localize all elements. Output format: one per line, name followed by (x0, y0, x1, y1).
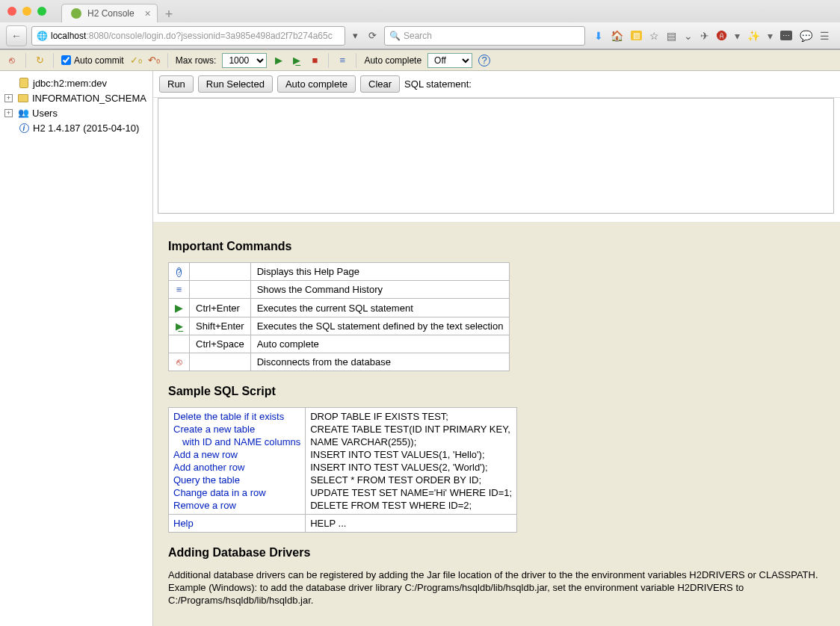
auto-complete-label: Auto complete (364, 55, 421, 66)
new-tab-button[interactable]: + (158, 7, 181, 22)
command-shortcut (190, 263, 251, 281)
info-icon: i (19, 123, 29, 133)
sample-link[interactable]: Query the table (173, 474, 300, 486)
important-commands-heading: Important Commands (168, 240, 825, 253)
sample-link[interactable]: with ID and NAME columns (173, 436, 300, 448)
tree-version[interactable]: i H2 1.4.187 (2015-04-10) (4, 120, 148, 135)
auto-complete-button[interactable]: Auto complete (277, 75, 356, 93)
run-selected-icon[interactable]: ▶̲ (291, 55, 303, 66)
tab-strip: H2 Console × + (61, 0, 180, 22)
command-icon: ▶ (169, 299, 190, 317)
sample-sql-line: CREATE TABLE TEST(ID INT PRIMARY KEY, (310, 423, 512, 436)
close-tab-icon[interactable]: × (145, 7, 151, 19)
commands-table: ?Displays this Help Page≡Shows the Comma… (168, 262, 510, 371)
stop-icon[interactable]: ■ (309, 55, 321, 66)
command-row: ▶̲Shift+EnterExecutes the SQL statement … (169, 317, 510, 335)
command-desc: Displays this Help Page (250, 263, 510, 281)
history-icon[interactable]: ≡ (336, 55, 348, 66)
db-label: jdbc:h2:mem:dev (33, 78, 107, 89)
users-label: Users (32, 108, 58, 119)
command-row: ▶Ctrl+EnterExecutes the current SQL stat… (169, 299, 510, 317)
sample-sql-line: UPDATE TEST SET NAME='Hi' WHERE ID=1; (310, 486, 512, 499)
max-rows-select[interactable]: 1000 (222, 53, 267, 68)
run-selected-button[interactable]: Run Selected (198, 75, 273, 93)
minimize-window-button[interactable] (22, 7, 31, 16)
dropdown2-icon[interactable]: ▾ (735, 30, 740, 42)
pocket-icon[interactable]: ⌄ (684, 30, 693, 42)
sample-link[interactable]: Change data in a row (173, 486, 300, 499)
sample-link[interactable]: Remove a row (173, 499, 300, 512)
rss-icon[interactable]: ▧ (631, 31, 642, 40)
max-rows-label: Max rows: (176, 55, 217, 66)
sample-link[interactable]: Add a new row (173, 448, 300, 461)
auto-commit-checkbox[interactable]: Auto commit (61, 55, 124, 66)
download-icon[interactable]: ⬇ (594, 30, 603, 42)
home-icon[interactable]: 🏠 (611, 30, 623, 42)
database-icon (19, 78, 28, 88)
browser-chrome: H2 Console × + ← 🌐 localhost:8080/consol… (0, 0, 840, 50)
run-button[interactable]: Run (159, 75, 194, 93)
expand-icon[interactable]: + (4, 94, 13, 102)
rollback-icon[interactable]: ↶₀ (148, 55, 160, 66)
folder-icon (18, 94, 28, 102)
back-button[interactable]: ← (6, 25, 27, 46)
tree-database[interactable]: jdbc:h2:mem:dev (4, 75, 148, 90)
reader-icon[interactable]: ▤ (667, 30, 676, 42)
adblock-icon[interactable]: 🅐 (717, 30, 727, 42)
command-icon (169, 335, 190, 353)
command-icon: ▶̲ (169, 317, 190, 335)
window-controls (7, 7, 46, 16)
run-icon[interactable]: ▶ (273, 55, 285, 66)
sql-textarea[interactable] (158, 98, 834, 214)
auto-complete-select[interactable]: Off (427, 53, 472, 68)
send-icon[interactable]: ✈ (700, 30, 709, 42)
auto-commit-input[interactable] (61, 55, 71, 65)
command-desc: Auto complete (250, 335, 510, 353)
sample-sql-line: DROP TABLE IF EXISTS TEST; (310, 410, 512, 423)
sample-script-heading: Sample SQL Script (168, 385, 825, 398)
disconnect-icon[interactable]: ⎋ (6, 55, 18, 66)
close-window-button[interactable] (7, 7, 16, 16)
command-desc: Shows the Command History (250, 281, 510, 299)
wand-icon[interactable]: ✨ (747, 30, 760, 42)
auto-commit-label: Auto commit (74, 55, 124, 66)
command-row: ⎋Disconnects from the database (169, 353, 510, 371)
sample-link[interactable]: Create a new table (173, 423, 300, 436)
command-shortcut: Shift+Enter (190, 317, 251, 335)
sample-link[interactable]: Add another row (173, 461, 300, 474)
sample-help-link[interactable]: Help (173, 517, 300, 530)
tab-title: H2 Console (87, 8, 135, 19)
command-row: ?Displays this Help Page (169, 263, 510, 281)
menu-icon[interactable]: ☰ (820, 30, 830, 42)
reload-button[interactable]: ⟳ (365, 30, 380, 41)
url-input[interactable]: 🌐 localhost:8080/console/login.do?jsessi… (31, 26, 345, 46)
bookmark-icon[interactable]: ☆ (649, 30, 659, 42)
command-shortcut: Ctrl+Enter (190, 299, 251, 317)
dropdown-icon[interactable]: ▾ (350, 30, 361, 41)
globe-icon: 🌐 (37, 31, 48, 41)
expand-icon[interactable]: + (4, 109, 13, 117)
dropdown3-icon[interactable]: ▾ (768, 30, 773, 42)
h2-toolbar: ⎋ ↻ Auto commit ✓₀ ↶₀ Max rows: 1000 ▶ ▶… (0, 50, 840, 71)
users-icon: 👥 (17, 107, 29, 119)
sample-sql-line: INSERT INTO TEST VALUES(1, 'Hello'); (310, 448, 512, 461)
sample-link[interactable]: Delete the table if it exists (173, 410, 300, 423)
search-input[interactable]: 🔍 Search (384, 26, 585, 46)
clear-button[interactable]: Clear (360, 75, 400, 93)
browser-tab[interactable]: H2 Console × (61, 4, 158, 22)
help-icon[interactable]: ? (478, 55, 490, 66)
search-icon: 🔍 (389, 31, 401, 41)
command-shortcut (190, 281, 251, 299)
schema-tree: jdbc:h2:mem:dev + INFORMATION_SCHEMA + 👥… (0, 71, 153, 626)
maximize-window-button[interactable] (37, 7, 46, 16)
speech-icon[interactable]: 💬 (800, 30, 812, 42)
tree-users[interactable]: + 👥 Users (4, 105, 148, 120)
help-panel: Important Commands ?Displays this Help P… (153, 222, 840, 626)
refresh-icon[interactable]: ↻ (34, 55, 46, 66)
url-port: :8080 (86, 31, 108, 41)
sql-statement-label: SQL statement: (404, 78, 472, 90)
commit-icon[interactable]: ✓₀ (130, 55, 142, 66)
chat-icon[interactable]: ⋯ (780, 31, 792, 40)
sample-sql-line: NAME VARCHAR(255)); (310, 436, 512, 448)
tree-schema[interactable]: + INFORMATION_SCHEMA (4, 90, 148, 105)
